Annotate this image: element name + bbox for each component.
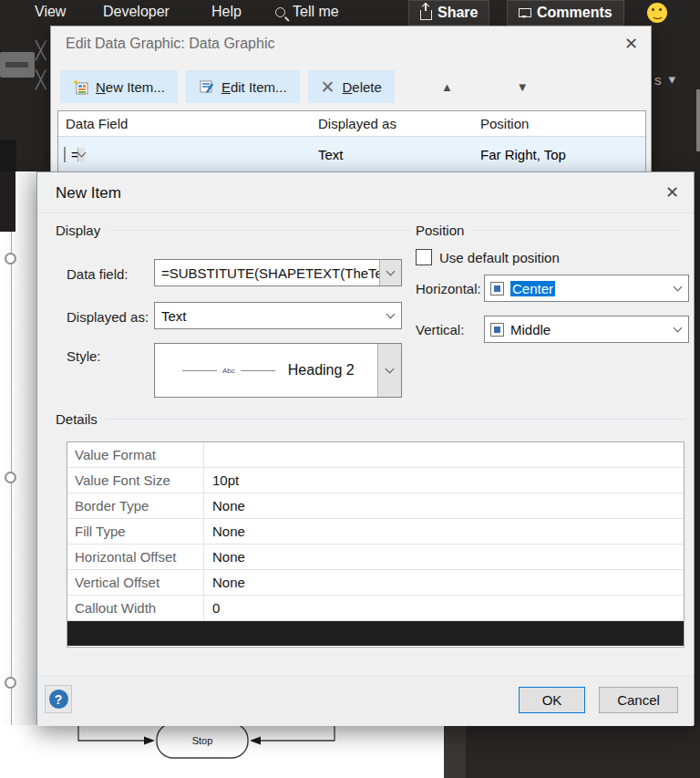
divider xyxy=(109,230,411,231)
combobox-dropdown-button[interactable] xyxy=(77,148,85,161)
edit-item-button[interactable]: Edit Item... xyxy=(186,70,300,103)
table-row[interactable]: Value Font Size 10pt xyxy=(67,468,684,493)
shape-master-thumbnail[interactable] xyxy=(0,52,35,78)
detail-property: Value Font Size xyxy=(67,468,204,493)
new-item-button[interactable]: New Item... xyxy=(60,70,178,103)
detail-value: 0 xyxy=(204,600,684,616)
detail-property: Horizontal Offset xyxy=(67,545,204,569)
app-dark-corner xyxy=(444,725,700,778)
combobox-dropdown-button[interactable] xyxy=(379,260,401,285)
comments-label: Comments xyxy=(537,5,612,21)
detail-value: None xyxy=(204,575,684,590)
detail-property: Vertical Offset xyxy=(67,570,204,595)
detail-value: 10pt xyxy=(204,472,684,488)
chevron-down-icon xyxy=(673,324,682,333)
chevron-down-icon xyxy=(386,267,396,276)
move-up-button[interactable]: ▲ xyxy=(428,80,466,94)
help-button[interactable]: ? xyxy=(45,685,72,713)
scrollbar-thumb[interactable] xyxy=(696,89,700,151)
style-value: Heading 2 xyxy=(288,362,355,379)
align-center-icon xyxy=(490,282,504,296)
stop-shape-label: Stop xyxy=(192,735,213,746)
tell-me-search[interactable]: Tell me xyxy=(275,4,339,20)
combobox-dropdown-button[interactable] xyxy=(379,303,401,328)
shapes-panel: ╳ ╳ xyxy=(0,26,50,171)
drawing-canvas-left xyxy=(0,171,36,725)
menu-help[interactable]: Help xyxy=(211,4,242,20)
table-row[interactable]: Vertical Offset None xyxy=(67,570,684,596)
use-default-position-label: Use default position xyxy=(439,250,560,265)
data-field-label: Data field: xyxy=(67,266,129,282)
align-middle-icon xyxy=(490,323,504,337)
combobox-dropdown-button[interactable] xyxy=(666,275,688,301)
edit-dialog-toolbar: New Item... Edit Item... ✕ Delete ▲ ▼ xyxy=(60,70,541,103)
chevron-down-icon xyxy=(386,365,395,374)
position-value: Far Right, Top xyxy=(479,147,645,162)
style-label: Style: xyxy=(67,348,101,364)
detail-property: Fill Type xyxy=(67,519,204,544)
detail-property: Value Format xyxy=(67,442,204,467)
connection-handle[interactable] xyxy=(5,253,16,265)
displayed-as-label: Displayed as: xyxy=(67,309,149,325)
table-row[interactable]: ={Shape Number Text}&{Shape Text Far Rig… xyxy=(58,137,645,171)
connection-handle[interactable] xyxy=(5,677,16,689)
style-preview: Abc Heading 2 xyxy=(155,362,377,379)
ribbon-clipped-control: s ▾ xyxy=(654,71,675,88)
help-icon: ? xyxy=(49,690,68,709)
detail-value: None xyxy=(204,524,684,539)
table-row[interactable]: Fill Type None xyxy=(67,519,684,545)
table-row[interactable]: Value Format xyxy=(67,442,684,468)
share-label: Share xyxy=(438,5,478,21)
displayed-as-combobox[interactable]: Text xyxy=(154,302,402,329)
horizontal-combobox[interactable]: Center xyxy=(484,275,689,302)
data-field-value: =SUBSTITUTE(SHAPETEXT(TheText),C xyxy=(155,265,379,281)
table-header-row: Data Field Displayed as Position xyxy=(58,111,645,137)
divider xyxy=(473,230,680,231)
display-group-label: Display xyxy=(56,223,100,238)
details-table: Value Format Value Font Size 10pt Border… xyxy=(67,441,685,648)
combobox-dropdown-button[interactable] xyxy=(377,344,401,397)
header-data-field: Data Field xyxy=(58,116,316,131)
delete-button[interactable]: ✕ Delete xyxy=(308,70,395,103)
selected-empty-row[interactable] xyxy=(67,621,684,646)
details-group-label: Details xyxy=(56,411,98,427)
table-row[interactable]: Callout Width 0 xyxy=(67,596,684,621)
comments-button[interactable]: Comments xyxy=(507,0,624,26)
use-default-position-checkbox[interactable] xyxy=(416,249,432,265)
dropdown-caret-icon: ▾ xyxy=(669,71,676,88)
position-group-header: Position xyxy=(416,223,680,238)
edit-data-graphic-dialog: Edit Data Graphic: Data Graphic ✕ New It… xyxy=(50,26,652,173)
style-combobox[interactable]: Abc Heading 2 xyxy=(154,343,402,398)
menu-developer[interactable]: Developer xyxy=(103,4,170,20)
combobox-dropdown-button[interactable] xyxy=(666,316,688,342)
vertical-value: Middle xyxy=(504,322,666,337)
detail-value: None xyxy=(204,498,684,513)
share-button[interactable]: Share xyxy=(408,0,489,26)
style-preview-line xyxy=(241,370,275,371)
detail-property: Border Type xyxy=(67,493,204,518)
data-field-combobox[interactable]: =SUBSTITUTE(SHAPETEXT(TheText),C xyxy=(154,259,402,286)
new-item-dialog-title: New Item xyxy=(56,184,121,202)
ok-button[interactable]: OK xyxy=(519,687,585,713)
dialog-footer: ? OK Cancel xyxy=(37,677,694,726)
table-row[interactable]: Border Type None xyxy=(67,493,684,519)
close-icon[interactable]: ✕ xyxy=(624,34,638,54)
comment-icon xyxy=(519,8,531,17)
close-icon[interactable]: ✕ xyxy=(665,182,679,202)
vertical-combobox[interactable]: Middle xyxy=(484,316,689,343)
panel-shadow xyxy=(0,140,16,171)
header-position: Position xyxy=(479,116,645,131)
ribbon-clipped-text: s xyxy=(654,72,662,88)
move-down-button[interactable]: ▼ xyxy=(504,80,541,94)
edit-item-icon xyxy=(199,79,214,95)
menu-view[interactable]: View xyxy=(35,4,66,20)
displayed-as-value: Text xyxy=(316,147,479,162)
flowchart-fragment: Stop xyxy=(0,725,444,778)
cancel-button[interactable]: Cancel xyxy=(599,687,678,713)
share-icon xyxy=(420,10,432,20)
connection-handle[interactable] xyxy=(5,472,16,483)
table-row[interactable]: Horizontal Offset None xyxy=(67,545,684,570)
smiley-icon xyxy=(647,3,667,23)
drawing-canvas-bottom: Stop xyxy=(0,725,700,778)
divider xyxy=(107,419,685,420)
